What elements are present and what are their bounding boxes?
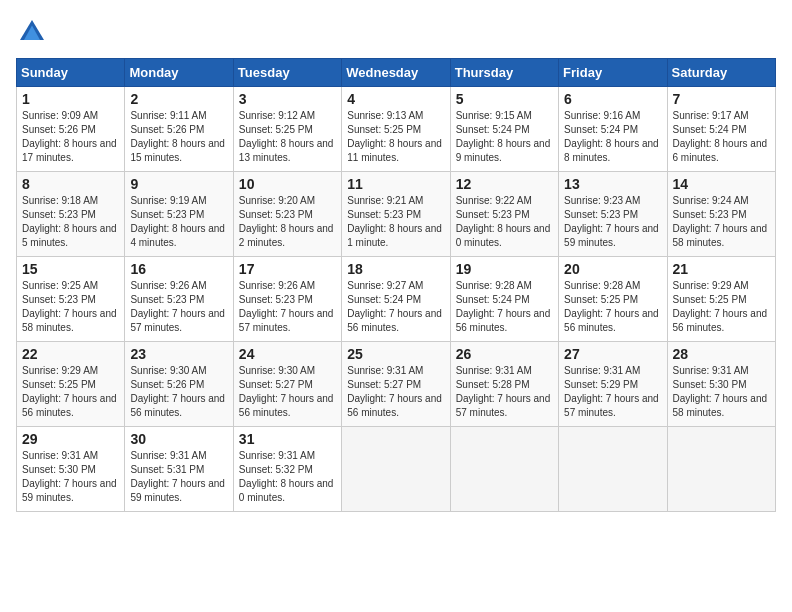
day-cell: 19Sunrise: 9:28 AMSunset: 5:24 PMDayligh…	[450, 257, 558, 342]
day-number: 10	[239, 176, 336, 192]
day-number: 7	[673, 91, 770, 107]
day-info: Sunrise: 9:09 AMSunset: 5:26 PMDaylight:…	[22, 109, 119, 165]
header-row: SundayMondayTuesdayWednesdayThursdayFrid…	[17, 59, 776, 87]
day-cell: 8Sunrise: 9:18 AMSunset: 5:23 PMDaylight…	[17, 172, 125, 257]
day-info: Sunrise: 9:12 AMSunset: 5:25 PMDaylight:…	[239, 109, 336, 165]
header-cell-saturday: Saturday	[667, 59, 775, 87]
day-number: 27	[564, 346, 661, 362]
day-info: Sunrise: 9:31 AMSunset: 5:31 PMDaylight:…	[130, 449, 227, 505]
day-cell: 31Sunrise: 9:31 AMSunset: 5:32 PMDayligh…	[233, 427, 341, 512]
day-info: Sunrise: 9:30 AMSunset: 5:27 PMDaylight:…	[239, 364, 336, 420]
day-info: Sunrise: 9:15 AMSunset: 5:24 PMDaylight:…	[456, 109, 553, 165]
day-info: Sunrise: 9:17 AMSunset: 5:24 PMDaylight:…	[673, 109, 770, 165]
day-info: Sunrise: 9:29 AMSunset: 5:25 PMDaylight:…	[673, 279, 770, 335]
day-info: Sunrise: 9:22 AMSunset: 5:23 PMDaylight:…	[456, 194, 553, 250]
day-cell: 3Sunrise: 9:12 AMSunset: 5:25 PMDaylight…	[233, 87, 341, 172]
week-row-4: 22Sunrise: 9:29 AMSunset: 5:25 PMDayligh…	[17, 342, 776, 427]
day-info: Sunrise: 9:23 AMSunset: 5:23 PMDaylight:…	[564, 194, 661, 250]
day-cell	[342, 427, 450, 512]
day-cell	[667, 427, 775, 512]
day-number: 23	[130, 346, 227, 362]
day-cell: 29Sunrise: 9:31 AMSunset: 5:30 PMDayligh…	[17, 427, 125, 512]
day-info: Sunrise: 9:29 AMSunset: 5:25 PMDaylight:…	[22, 364, 119, 420]
day-cell: 4Sunrise: 9:13 AMSunset: 5:25 PMDaylight…	[342, 87, 450, 172]
day-info: Sunrise: 9:25 AMSunset: 5:23 PMDaylight:…	[22, 279, 119, 335]
day-info: Sunrise: 9:31 AMSunset: 5:27 PMDaylight:…	[347, 364, 444, 420]
header-cell-friday: Friday	[559, 59, 667, 87]
day-cell	[450, 427, 558, 512]
day-number: 11	[347, 176, 444, 192]
day-number: 16	[130, 261, 227, 277]
day-info: Sunrise: 9:24 AMSunset: 5:23 PMDaylight:…	[673, 194, 770, 250]
day-cell: 30Sunrise: 9:31 AMSunset: 5:31 PMDayligh…	[125, 427, 233, 512]
day-number: 3	[239, 91, 336, 107]
day-info: Sunrise: 9:26 AMSunset: 5:23 PMDaylight:…	[239, 279, 336, 335]
day-number: 29	[22, 431, 119, 447]
day-number: 13	[564, 176, 661, 192]
day-cell: 6Sunrise: 9:16 AMSunset: 5:24 PMDaylight…	[559, 87, 667, 172]
week-row-1: 1Sunrise: 9:09 AMSunset: 5:26 PMDaylight…	[17, 87, 776, 172]
day-number: 2	[130, 91, 227, 107]
day-cell: 1Sunrise: 9:09 AMSunset: 5:26 PMDaylight…	[17, 87, 125, 172]
day-cell: 18Sunrise: 9:27 AMSunset: 5:24 PMDayligh…	[342, 257, 450, 342]
day-info: Sunrise: 9:20 AMSunset: 5:23 PMDaylight:…	[239, 194, 336, 250]
day-info: Sunrise: 9:13 AMSunset: 5:25 PMDaylight:…	[347, 109, 444, 165]
day-cell: 26Sunrise: 9:31 AMSunset: 5:28 PMDayligh…	[450, 342, 558, 427]
day-number: 8	[22, 176, 119, 192]
day-cell: 23Sunrise: 9:30 AMSunset: 5:26 PMDayligh…	[125, 342, 233, 427]
day-cell: 15Sunrise: 9:25 AMSunset: 5:23 PMDayligh…	[17, 257, 125, 342]
day-info: Sunrise: 9:31 AMSunset: 5:30 PMDaylight:…	[22, 449, 119, 505]
day-info: Sunrise: 9:30 AMSunset: 5:26 PMDaylight:…	[130, 364, 227, 420]
day-cell: 12Sunrise: 9:22 AMSunset: 5:23 PMDayligh…	[450, 172, 558, 257]
day-cell: 20Sunrise: 9:28 AMSunset: 5:25 PMDayligh…	[559, 257, 667, 342]
day-cell: 17Sunrise: 9:26 AMSunset: 5:23 PMDayligh…	[233, 257, 341, 342]
logo	[16, 16, 52, 48]
day-number: 1	[22, 91, 119, 107]
day-number: 31	[239, 431, 336, 447]
day-info: Sunrise: 9:11 AMSunset: 5:26 PMDaylight:…	[130, 109, 227, 165]
day-number: 6	[564, 91, 661, 107]
day-cell: 14Sunrise: 9:24 AMSunset: 5:23 PMDayligh…	[667, 172, 775, 257]
day-info: Sunrise: 9:31 AMSunset: 5:29 PMDaylight:…	[564, 364, 661, 420]
day-info: Sunrise: 9:27 AMSunset: 5:24 PMDaylight:…	[347, 279, 444, 335]
day-number: 9	[130, 176, 227, 192]
day-cell: 13Sunrise: 9:23 AMSunset: 5:23 PMDayligh…	[559, 172, 667, 257]
day-info: Sunrise: 9:28 AMSunset: 5:24 PMDaylight:…	[456, 279, 553, 335]
day-number: 24	[239, 346, 336, 362]
day-cell: 7Sunrise: 9:17 AMSunset: 5:24 PMDaylight…	[667, 87, 775, 172]
week-row-5: 29Sunrise: 9:31 AMSunset: 5:30 PMDayligh…	[17, 427, 776, 512]
header-cell-thursday: Thursday	[450, 59, 558, 87]
day-info: Sunrise: 9:16 AMSunset: 5:24 PMDaylight:…	[564, 109, 661, 165]
header-cell-monday: Monday	[125, 59, 233, 87]
day-cell: 27Sunrise: 9:31 AMSunset: 5:29 PMDayligh…	[559, 342, 667, 427]
day-number: 19	[456, 261, 553, 277]
day-number: 17	[239, 261, 336, 277]
day-info: Sunrise: 9:18 AMSunset: 5:23 PMDaylight:…	[22, 194, 119, 250]
day-info: Sunrise: 9:21 AMSunset: 5:23 PMDaylight:…	[347, 194, 444, 250]
logo-icon	[16, 16, 48, 48]
day-cell: 22Sunrise: 9:29 AMSunset: 5:25 PMDayligh…	[17, 342, 125, 427]
calendar-table: SundayMondayTuesdayWednesdayThursdayFrid…	[16, 58, 776, 512]
day-cell: 2Sunrise: 9:11 AMSunset: 5:26 PMDaylight…	[125, 87, 233, 172]
day-number: 4	[347, 91, 444, 107]
day-number: 5	[456, 91, 553, 107]
day-number: 22	[22, 346, 119, 362]
week-row-3: 15Sunrise: 9:25 AMSunset: 5:23 PMDayligh…	[17, 257, 776, 342]
header-cell-tuesday: Tuesday	[233, 59, 341, 87]
day-info: Sunrise: 9:31 AMSunset: 5:28 PMDaylight:…	[456, 364, 553, 420]
day-cell: 25Sunrise: 9:31 AMSunset: 5:27 PMDayligh…	[342, 342, 450, 427]
day-number: 12	[456, 176, 553, 192]
day-number: 26	[456, 346, 553, 362]
day-cell: 5Sunrise: 9:15 AMSunset: 5:24 PMDaylight…	[450, 87, 558, 172]
day-number: 20	[564, 261, 661, 277]
day-cell: 16Sunrise: 9:26 AMSunset: 5:23 PMDayligh…	[125, 257, 233, 342]
day-cell: 24Sunrise: 9:30 AMSunset: 5:27 PMDayligh…	[233, 342, 341, 427]
day-number: 14	[673, 176, 770, 192]
day-number: 28	[673, 346, 770, 362]
day-cell: 10Sunrise: 9:20 AMSunset: 5:23 PMDayligh…	[233, 172, 341, 257]
header-cell-sunday: Sunday	[17, 59, 125, 87]
day-cell: 21Sunrise: 9:29 AMSunset: 5:25 PMDayligh…	[667, 257, 775, 342]
week-row-2: 8Sunrise: 9:18 AMSunset: 5:23 PMDaylight…	[17, 172, 776, 257]
day-cell: 11Sunrise: 9:21 AMSunset: 5:23 PMDayligh…	[342, 172, 450, 257]
day-info: Sunrise: 9:19 AMSunset: 5:23 PMDaylight:…	[130, 194, 227, 250]
